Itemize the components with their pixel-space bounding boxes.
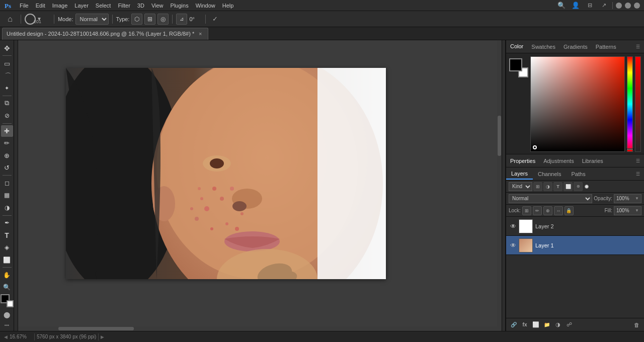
context-panel-btn[interactable] — [14, 55, 18, 66]
pressure-btn[interactable]: ✓ — [209, 14, 220, 25]
share-btn[interactable]: ↗ — [598, 0, 609, 11]
lock-btn-4[interactable]: ↔ — [554, 206, 563, 215]
tab-adjustments[interactable]: Adjustments — [539, 156, 578, 166]
arrow-left-btn[interactable]: ◀ — [4, 334, 8, 339]
layer-item-layer2[interactable]: 👁 Layer 2 — [506, 217, 644, 236]
filter-pixel-btn[interactable]: ⊞ — [533, 182, 542, 191]
filter-shape-btn[interactable]: ⬜ — [564, 182, 573, 191]
fg-bg-color-picker[interactable] — [509, 58, 528, 77]
account-btn[interactable]: 👤 — [570, 0, 581, 11]
mode-dropdown[interactable]: Normal — [75, 14, 109, 25]
lock-btn-1[interactable]: ⊞ — [522, 206, 531, 215]
home-btn[interactable]: ⌂ — [3, 13, 17, 25]
tool-text[interactable]: T — [1, 229, 13, 241]
tool-history-brush[interactable]: ↺ — [1, 162, 13, 174]
color-panel-menu-btn[interactable]: ☰ — [633, 42, 642, 51]
hue-strip[interactable] — [627, 56, 633, 152]
arrange-btn[interactable]: ⊟ — [584, 0, 595, 11]
layer-visibility-eye-layer2[interactable]: 👁 — [509, 222, 518, 231]
layer-item-layer1[interactable]: 👁 Layer 1 — [506, 236, 644, 255]
add-mask-btn[interactable]: ⬜ — [531, 320, 541, 330]
layers-list[interactable]: 👁 Layer 2 👁 Layer 1 — [506, 217, 644, 318]
canvas[interactable] — [66, 68, 386, 279]
fg-bg-color[interactable] — [1, 294, 14, 307]
layers-panel-menu-btn[interactable]: ☰ — [633, 169, 642, 179]
filter-type-btn[interactable]: T — [553, 182, 562, 191]
tab-swatches[interactable]: Swatches — [527, 42, 559, 52]
fill-value[interactable]: 100% ▼ — [614, 206, 641, 215]
menu-plugins[interactable]: Plugins — [167, 2, 192, 10]
vertical-scrollbar[interactable] — [497, 40, 502, 331]
tools-panel-btn[interactable] — [14, 42, 18, 53]
tool-zoom[interactable]: 🔍 — [1, 282, 13, 293]
tab-gradients[interactable]: Gradients — [559, 42, 592, 52]
lock-btn-5[interactable]: 🔒 — [565, 206, 574, 215]
canvas-area[interactable] — [18, 40, 502, 331]
tool-pen[interactable]: ✒ — [1, 217, 13, 229]
add-style-btn[interactable]: ☍ — [564, 320, 574, 330]
layer-kind-dropdown[interactable]: Kind — [509, 182, 532, 191]
filter-status-dot[interactable] — [585, 185, 589, 189]
menu-edit[interactable]: Edit — [32, 2, 49, 10]
tool-crop[interactable]: ⧉ — [1, 98, 13, 109]
color-gradient-picker[interactable] — [530, 56, 625, 152]
create-group-btn[interactable]: 📁 — [542, 320, 552, 330]
menu-window[interactable]: Window — [192, 2, 219, 10]
create-adjustment-btn[interactable]: ◑ — [553, 320, 563, 330]
search-btn[interactable]: 🔍 — [556, 0, 567, 11]
close-btn[interactable] — [634, 3, 640, 9]
menu-select[interactable]: Select — [92, 2, 115, 10]
delete-layer-btn[interactable]: 🗑 — [631, 320, 641, 330]
blend-mode-dropdown[interactable]: Normal — [509, 194, 592, 203]
foreground-color[interactable] — [509, 58, 522, 71]
tab-layers[interactable]: Layers — [506, 168, 533, 180]
filter-smart-btn[interactable]: ⊛ — [574, 182, 583, 191]
menu-image[interactable]: Image — [49, 2, 71, 10]
document-tab[interactable]: Untitled design - 2024-10-28T100148.606.… — [2, 28, 208, 40]
lock-btn-3[interactable]: ⊕ — [543, 206, 552, 215]
layer-fx-btn[interactable]: fx — [520, 320, 530, 330]
status-info-btn[interactable]: ▶ — [101, 334, 104, 339]
angle-btn[interactable]: ⊿ — [176, 14, 187, 25]
tab-libraries[interactable]: Libraries — [578, 156, 607, 166]
opacity-value[interactable]: 100% ▼ — [614, 194, 641, 203]
filter-adjustment-btn[interactable]: ◑ — [543, 182, 552, 191]
tool-dodge[interactable]: ◑ — [1, 202, 13, 213]
vertical-scrollbar-thumb[interactable] — [498, 116, 501, 156]
color-spectrum[interactable] — [530, 56, 625, 152]
tab-channels[interactable]: Channels — [533, 169, 566, 179]
layer-visibility-eye-layer1[interactable]: 👁 — [509, 241, 518, 250]
tool-lasso[interactable]: ⌒ — [1, 70, 13, 81]
menu-3d[interactable]: 3D — [134, 2, 148, 10]
tab-close-icon[interactable]: × — [197, 30, 204, 37]
menu-filter[interactable]: Filter — [114, 2, 133, 10]
tool-gradient[interactable]: ▦ — [1, 190, 13, 201]
brush-preset-picker[interactable]: ▼ 201 — [25, 14, 50, 25]
type-btn-3[interactable]: ◎ — [157, 14, 169, 25]
link-layers-btn[interactable]: 🔗 — [509, 320, 519, 330]
menu-file[interactable]: File — [16, 2, 32, 10]
horizontal-scrollbar-thumb[interactable] — [58, 327, 134, 330]
maximize-btn[interactable] — [625, 3, 631, 9]
more-tools-btn[interactable]: ••• — [5, 323, 9, 328]
lock-btn-2[interactable]: ✏ — [533, 206, 542, 215]
properties-panel-menu-btn[interactable]: ☰ — [633, 156, 642, 165]
menu-layer[interactable]: Layer — [71, 2, 92, 10]
menu-view[interactable]: View — [148, 2, 167, 10]
type-btn-1[interactable]: ⬡ — [131, 14, 142, 25]
tool-brush[interactable]: ✏ — [1, 137, 13, 149]
tool-rectangle[interactable]: ⬜ — [1, 254, 13, 266]
horizontal-scrollbar[interactable] — [18, 326, 497, 331]
tool-hand[interactable]: ✋ — [1, 269, 13, 281]
tab-properties[interactable]: Properties — [506, 156, 539, 166]
tab-color[interactable]: Color — [506, 41, 527, 52]
tool-magic-wand[interactable]: ✦ — [1, 82, 13, 94]
tab-patterns[interactable]: Patterns — [592, 42, 620, 52]
tool-path-selection[interactable]: ◈ — [1, 241, 13, 253]
tool-clone-stamp[interactable]: ⊕ — [1, 149, 13, 161]
minimize-btn[interactable] — [616, 3, 622, 9]
tool-eraser[interactable]: ◻ — [1, 177, 13, 189]
alpha-strip[interactable] — [635, 56, 641, 152]
tool-move[interactable]: ✥ — [1, 42, 13, 54]
tool-marquee-rect[interactable]: ▭ — [1, 57, 13, 69]
